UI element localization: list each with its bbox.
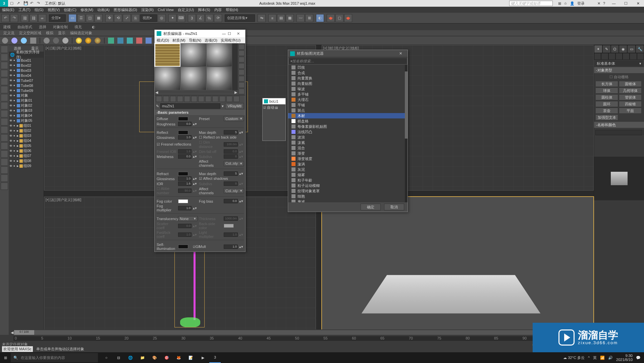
favorite-icon[interactable]: ☆ <box>564 1 567 6</box>
menu-view[interactable]: 视图(V) <box>48 7 60 12</box>
create-圆环[interactable]: 圆环 <box>595 101 618 107</box>
menu-help[interactable]: 帮助(H) <box>226 7 238 12</box>
place-button[interactable]: ⎘ <box>131 14 140 22</box>
task-app3[interactable]: 📝 <box>185 352 197 363</box>
qa-undo-icon[interactable]: ↶ <box>30 1 35 6</box>
mb-ok-button[interactable]: 确定 <box>361 204 381 210</box>
autogrid-check[interactable]: ☐ 自动栅格 <box>594 74 644 80</box>
mb-item[interactable]: 混合 <box>288 145 408 151</box>
menu-tools[interactable]: 工具(T) <box>18 7 31 12</box>
mb-item[interactable]: 衰减 <box>288 199 408 202</box>
lbl-abbe[interactable]: Abbe number <box>157 187 169 195</box>
scene-item[interactable]: 👁●Tube08 <box>9 83 44 88</box>
scene-item[interactable]: 👁●Tube07 <box>9 78 44 83</box>
task-app1[interactable]: 🎨 <box>149 352 160 363</box>
material-slot-3[interactable] <box>206 43 232 67</box>
angle-snap-button[interactable]: ∠ <box>197 14 205 22</box>
unlink-button[interactable]: ⛓ <box>30 14 38 22</box>
create-几何球体[interactable]: 几何球体 <box>619 88 642 94</box>
material-slot-5[interactable] <box>180 67 206 90</box>
ribbon-tab-selection[interactable]: 选择 <box>39 24 46 30</box>
mb-item[interactable]: 多平铺 <box>288 92 408 97</box>
tray-date[interactable]: 2021/8/10 <box>616 358 633 362</box>
mt-12[interactable] <box>233 96 239 102</box>
roughness-spin[interactable]: 0.0 <box>178 122 192 126</box>
sub-shape[interactable] <box>601 53 608 60</box>
mb-close[interactable]: ✕ <box>395 51 406 56</box>
create-圆锥体[interactable]: 圆锥体 <box>619 81 642 87</box>
scene-item[interactable]: 👁●▸组01 <box>9 123 44 128</box>
preset-drop[interactable]: Custom▾ <box>224 116 244 121</box>
mt-5[interactable] <box>184 96 190 102</box>
se-btn-12[interactable] <box>1 134 8 142</box>
ribbon-tab-paint[interactable]: 对象绘制 <box>53 24 68 30</box>
ribbon-ic-sun2[interactable] <box>85 38 91 44</box>
me-menu-nav[interactable]: 导航(N) <box>189 38 201 43</box>
render-frame-button[interactable]: ▢ <box>335 14 343 22</box>
maxscript-label[interactable]: 欢迎使用 MAXSc <box>2 346 33 352</box>
mb-item[interactable]: 凹痕 <box>288 65 408 70</box>
time-thumb[interactable]: 0 / 100 <box>14 330 34 335</box>
ribbon-ic-sun3[interactable] <box>95 38 101 44</box>
ribbon-ic-sun[interactable] <box>76 38 82 44</box>
render-setup-button[interactable]: 🫖 <box>327 14 335 22</box>
menu-modify[interactable]: 修改(M) <box>80 7 94 12</box>
window-crossing-button[interactable]: ▦ <box>95 14 103 22</box>
help-search-input[interactable]: 键入关键字或短语 <box>509 1 553 6</box>
create-长方体[interactable]: 长方体 <box>595 81 618 87</box>
viewport-perspective[interactable]: [+] [透视] [用户定义] [默认明暗] <box>322 197 594 342</box>
move-button[interactable]: ✥ <box>105 14 113 22</box>
tray-weather[interactable]: ☁ 32°C 多云 <box>563 355 585 360</box>
mult-spin[interactable]: 1.0 <box>224 245 238 249</box>
me-menu-mode[interactable]: 模式(D) <box>157 38 169 43</box>
mb-item[interactable]: 粒子年龄 <box>288 177 408 183</box>
sub-geom[interactable] <box>594 53 601 60</box>
mb-item[interactable]: 向量贴图 <box>288 81 408 86</box>
mt-8[interactable] <box>205 96 211 102</box>
se-btn-16[interactable] <box>1 166 8 174</box>
scene-item[interactable]: 👁●对象03 <box>9 108 44 113</box>
spinner-snap-button[interactable]: ⟳ <box>214 14 222 22</box>
sub-camera[interactable] <box>615 53 623 60</box>
undo-button[interactable]: ↶ <box>1 14 9 22</box>
material-type-button[interactable]: VRayMtl <box>225 103 244 109</box>
mb-item[interactable]: 漩涡 <box>288 161 408 167</box>
viewport-top-label[interactable]: [+] [顶] [用户定义] [线框] <box>46 46 81 51</box>
task-app2[interactable]: 🎯 <box>161 352 172 363</box>
se-btn-3[interactable] <box>1 62 8 69</box>
mb-item[interactable]: 噪波 <box>288 86 408 92</box>
sub-space[interactable] <box>630 53 637 60</box>
subscription-icon[interactable]: ⊞ <box>558 1 561 6</box>
mb-item[interactable]: 纹理对象遮罩 <box>288 188 408 194</box>
create-茶壶[interactable]: 茶壶 <box>595 108 618 114</box>
cmd-tab-display[interactable]: ▭ <box>627 45 636 53</box>
manipulate-button[interactable]: ✦ <box>168 14 176 22</box>
layer-explorer-button[interactable]: ▦ <box>286 14 294 22</box>
login-label[interactable]: 登录 <box>577 1 585 6</box>
mt-1[interactable] <box>156 96 162 102</box>
task-app4[interactable]: ▶ <box>197 352 209 363</box>
ribbon-sub-4[interactable]: 编辑选定对象 <box>70 31 92 36</box>
cmd-tab-hierarchy[interactable]: ⌬ <box>611 45 619 53</box>
task-firefox[interactable]: 🦊 <box>173 352 184 363</box>
mt-11[interactable] <box>226 96 232 102</box>
time-slider[interactable]: 0 / 100 <box>14 330 586 335</box>
category-dropdown[interactable]: 标准基本体▾ <box>595 60 643 66</box>
start-button[interactable]: ⊞ <box>0 352 11 363</box>
me-menu-options[interactable]: 选项(O) <box>205 38 217 43</box>
mb-search[interactable]: 按名称搜索… <box>289 58 407 64</box>
ribbon-sub-3[interactable]: 显示 <box>58 31 65 36</box>
ms-ic-3[interactable] <box>238 57 245 62</box>
material-slot-1[interactable] <box>155 43 180 67</box>
exchange-icon[interactable]: ✕ <box>597 1 600 6</box>
ms-ic-7[interactable] <box>238 82 245 88</box>
se-btn-11[interactable] <box>1 126 8 134</box>
metal-spin[interactable]: 0.0 <box>178 154 192 159</box>
ribbon-tab-freeform[interactable]: 自由形式 <box>17 24 32 30</box>
scene-item[interactable]: 👁●▸组04 <box>9 138 44 143</box>
close-button[interactable]: ✕ <box>632 0 644 7</box>
mb-item[interactable]: 合成 <box>288 70 408 75</box>
mb-item[interactable]: 渐变 <box>288 151 408 156</box>
mt-6[interactable] <box>191 96 197 102</box>
se-btn-1[interactable] <box>1 46 8 53</box>
